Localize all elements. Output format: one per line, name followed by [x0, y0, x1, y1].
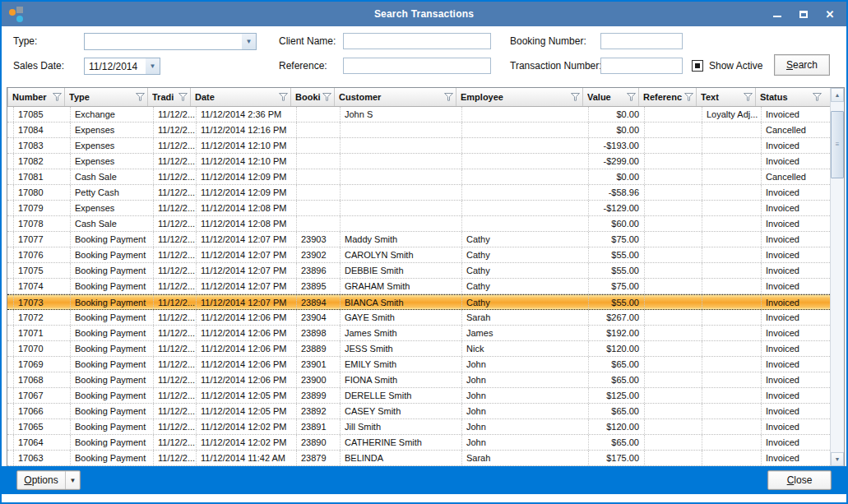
grid-cell[interactable]: 11/12/2014 12:08 PM: [197, 216, 297, 231]
table-row[interactable]: 17075Booking Payment11/12/2...11/12/2014…: [7, 263, 830, 279]
filter-funnel-icon[interactable]: [813, 93, 822, 101]
maximize-button[interactable]: [797, 7, 810, 21]
grid-cell[interactable]: Expenses: [71, 138, 154, 153]
grid-cell[interactable]: [702, 185, 762, 200]
grid-cell[interactable]: [645, 107, 702, 122]
grid-cell[interactable]: [341, 154, 462, 169]
grid-cell[interactable]: Cash Sale: [71, 216, 154, 231]
grid-cell[interactable]: 11/12/2...: [154, 326, 197, 340]
grid-cell[interactable]: [702, 310, 762, 325]
grid-cell[interactable]: Invoiced: [762, 232, 830, 247]
grid-cell[interactable]: [645, 341, 702, 356]
grid-cell[interactable]: FIONA Smith: [341, 372, 462, 387]
grid-cell[interactable]: 11/12/2014 12:09 PM: [197, 185, 297, 200]
grid-cell[interactable]: 17081: [14, 169, 71, 184]
grid-cell[interactable]: [341, 185, 462, 200]
grid-cell[interactable]: 11/12/2...: [154, 138, 197, 153]
grid-cell[interactable]: [645, 435, 702, 450]
grid-cell[interactable]: 11/12/2...: [154, 247, 197, 262]
table-row[interactable]: 17066Booking Payment11/12/2...11/12/2014…: [7, 404, 830, 419]
grid-cell[interactable]: [297, 107, 341, 122]
grid-cell[interactable]: Invoiced: [762, 216, 830, 231]
grid-cell[interactable]: Booking Payment: [71, 404, 154, 418]
grid-cell[interactable]: John: [462, 388, 589, 403]
grid-cell[interactable]: [645, 326, 702, 340]
grid-cell[interactable]: 11/12/2014 12:07 PM: [197, 295, 297, 309]
grid-cell[interactable]: [645, 404, 702, 418]
grid-cell[interactable]: [297, 154, 341, 169]
table-row[interactable]: 17078Cash Sale11/12/2...11/12/2014 12:08…: [7, 216, 830, 232]
grid-cell[interactable]: 11/12/2014 12:06 PM: [197, 310, 297, 325]
grid-cell[interactable]: $0.00: [589, 107, 645, 122]
grid-column-header[interactable]: Value: [583, 88, 639, 106]
grid-cell[interactable]: Expenses: [71, 201, 154, 215]
grid-cell[interactable]: Invoiced: [762, 388, 830, 403]
grid-cell[interactable]: $192.00: [589, 326, 645, 340]
filter-funnel-icon[interactable]: [684, 93, 693, 101]
grid-cell[interactable]: [645, 419, 702, 434]
grid-cell[interactable]: 11/12/2014 12:06 PM: [197, 372, 297, 387]
grid-cell[interactable]: 11/12/2...: [154, 185, 197, 200]
grid-cell[interactable]: Expenses: [71, 123, 154, 137]
grid-cell[interactable]: [645, 247, 702, 262]
sales-date-picker[interactable]: 11/12/2014 ▼: [84, 58, 160, 75]
grid-cell[interactable]: $75.00: [589, 279, 645, 294]
grid-cell[interactable]: 11/12/2...: [154, 107, 197, 122]
grid-cell[interactable]: 17063: [14, 451, 71, 465]
grid-cell[interactable]: 23904: [297, 310, 341, 325]
grid-cell[interactable]: 11/12/2...: [154, 201, 197, 215]
booking-number-input[interactable]: [600, 33, 683, 49]
grid-cell[interactable]: 11/12/2...: [154, 341, 197, 356]
grid-cell[interactable]: 17084: [14, 123, 71, 137]
grid-cell[interactable]: 11/12/2014 12:02 PM: [197, 419, 297, 434]
grid-cell[interactable]: Loyalty Adj...: [702, 107, 762, 122]
row-selector-cell[interactable]: [7, 201, 14, 215]
grid-column-header[interactable]: Booki: [291, 88, 335, 106]
grid-cell[interactable]: -$129.00: [589, 201, 645, 215]
grid-cell[interactable]: 11/12/2...: [154, 123, 197, 137]
grid-cell[interactable]: 17077: [14, 232, 71, 247]
grid-cell[interactable]: [702, 201, 762, 215]
row-selector-cell[interactable]: [7, 372, 14, 387]
table-row[interactable]: 17083Expenses11/12/2...11/12/2014 12:10 …: [7, 138, 830, 154]
grid-cell[interactable]: [297, 169, 341, 184]
grid-cell[interactable]: 23898: [297, 326, 341, 340]
grid-cell[interactable]: -$193.00: [589, 138, 645, 153]
grid-cell[interactable]: 23889: [297, 341, 341, 356]
grid-cell[interactable]: [702, 357, 762, 372]
minimize-button[interactable]: [771, 7, 784, 21]
grid-cell[interactable]: [297, 123, 341, 137]
grid-cell[interactable]: 11/12/2...: [154, 435, 197, 450]
client-name-input[interactable]: [343, 33, 491, 49]
grid-cell[interactable]: 11/12/2014 12:10 PM: [197, 154, 297, 169]
grid-cell[interactable]: 11/12/2014 12:06 PM: [197, 341, 297, 356]
row-selector-cell[interactable]: [7, 107, 14, 122]
grid-cell[interactable]: Nick: [462, 341, 589, 356]
table-row[interactable]: 17085Exchange11/12/2...11/12/2014 2:36 P…: [7, 107, 830, 123]
grid-cell[interactable]: [462, 123, 589, 137]
scrollbar-down-button[interactable]: ▼: [831, 452, 844, 466]
grid-cell[interactable]: 17064: [14, 435, 71, 450]
grid-cell[interactable]: Invoiced: [762, 357, 830, 372]
table-row[interactable]: 17084Expenses11/12/2...11/12/2014 12:16 …: [7, 123, 830, 138]
grid-cell[interactable]: $267.00: [589, 310, 645, 325]
grid-cell[interactable]: 17066: [14, 404, 71, 418]
grid-cell[interactable]: Cathy: [462, 263, 589, 278]
grid-cell[interactable]: 17074: [14, 279, 71, 294]
table-row[interactable]: 17072Booking Payment11/12/2...11/12/2014…: [7, 310, 830, 326]
grid-cell[interactable]: [645, 232, 702, 247]
grid-cell[interactable]: Booking Payment: [71, 357, 154, 372]
grid-cell[interactable]: $120.00: [589, 341, 645, 356]
grid-cell[interactable]: Cancelled: [762, 123, 830, 137]
grid-cell[interactable]: [297, 138, 341, 153]
search-button[interactable]: Search: [774, 54, 830, 76]
grid-column-header[interactable]: Referenc: [639, 88, 697, 106]
grid-cell[interactable]: [462, 138, 589, 153]
grid-cell[interactable]: 23890: [297, 435, 341, 450]
grid-cell[interactable]: Invoiced: [762, 419, 830, 434]
grid-cell[interactable]: DERELLE Smith: [341, 388, 462, 403]
grid-cell[interactable]: DEBBIE Smith: [341, 263, 462, 278]
grid-cell[interactable]: 17065: [14, 419, 71, 434]
reference-input[interactable]: [343, 58, 491, 74]
row-selector-cell[interactable]: [7, 388, 14, 403]
